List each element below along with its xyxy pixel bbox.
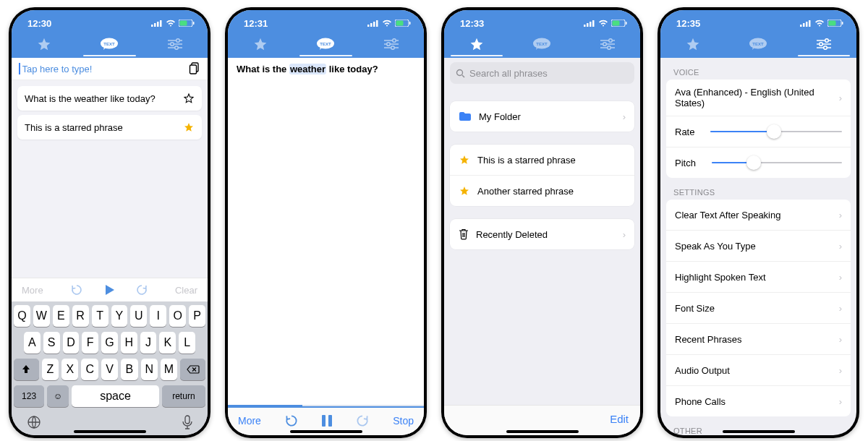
key-g[interactable]: G bbox=[101, 332, 118, 354]
tab-settings[interactable] bbox=[142, 32, 208, 56]
editor-area[interactable]: What is the weather like today? bbox=[228, 58, 424, 405]
status-icons bbox=[151, 20, 195, 27]
home-indicator[interactable] bbox=[506, 430, 579, 433]
tab-settings[interactable] bbox=[791, 32, 856, 56]
more-button[interactable]: More bbox=[22, 285, 43, 296]
tab-settings[interactable] bbox=[359, 32, 424, 56]
tab-settings[interactable] bbox=[575, 32, 640, 56]
tab-text[interactable]: TEXT bbox=[77, 32, 142, 56]
key-p[interactable]: P bbox=[189, 305, 205, 327]
forward-icon[interactable] bbox=[355, 414, 370, 428]
svg-rect-56 bbox=[809, 20, 811, 27]
tab-text[interactable]: TEXT bbox=[726, 32, 791, 56]
star-outline-icon[interactable] bbox=[183, 93, 195, 104]
settings-row[interactable]: Highlight Spoken Text› bbox=[666, 262, 851, 293]
home-indicator[interactable] bbox=[290, 430, 362, 433]
globe-icon[interactable] bbox=[27, 415, 41, 429]
backspace-key[interactable] bbox=[180, 359, 205, 380]
pause-icon[interactable] bbox=[320, 414, 333, 428]
key-s[interactable]: S bbox=[43, 332, 60, 354]
space-key[interactable]: space bbox=[72, 385, 158, 407]
home-indicator[interactable] bbox=[723, 430, 795, 433]
svg-rect-16 bbox=[190, 65, 197, 74]
chevron-right-icon: › bbox=[839, 303, 842, 314]
rewind-icon[interactable] bbox=[70, 283, 83, 296]
svg-rect-24 bbox=[396, 21, 404, 26]
key-x[interactable]: X bbox=[61, 359, 78, 380]
key-v[interactable]: V bbox=[101, 359, 118, 380]
key-q[interactable]: Q bbox=[14, 305, 30, 327]
paste-icon[interactable] bbox=[189, 62, 200, 75]
home-indicator[interactable] bbox=[74, 430, 146, 433]
stop-button[interactable]: Stop bbox=[393, 415, 414, 427]
status-bar: 12:30 bbox=[12, 10, 208, 32]
svg-rect-21 bbox=[373, 22, 375, 27]
folder-row[interactable]: My Folder › bbox=[450, 101, 634, 132]
key-f[interactable]: F bbox=[82, 332, 98, 354]
key-t[interactable]: T bbox=[92, 305, 109, 327]
text-bubble-icon: TEXT bbox=[100, 38, 119, 51]
key-k[interactable]: K bbox=[159, 332, 176, 354]
sliders-icon bbox=[817, 38, 831, 50]
status-bar: 12:35 bbox=[660, 10, 856, 32]
key-y[interactable]: Y bbox=[111, 305, 128, 327]
chevron-right-icon: › bbox=[839, 272, 842, 283]
rewind-icon[interactable] bbox=[284, 414, 299, 428]
tab-favorites[interactable] bbox=[660, 32, 726, 56]
starred-row[interactable]: This is a starred phrase bbox=[450, 145, 634, 176]
tab-favorites[interactable] bbox=[444, 32, 509, 56]
key-l[interactable]: L bbox=[179, 332, 195, 354]
edit-button[interactable]: Edit bbox=[610, 413, 629, 425]
key-a[interactable]: A bbox=[24, 332, 41, 354]
search-input[interactable]: Search all phrases bbox=[450, 62, 634, 84]
phone-1: 12:30 TEXT What is the weather like toda… bbox=[9, 7, 210, 438]
key-j[interactable]: J bbox=[140, 332, 157, 354]
key-e[interactable]: E bbox=[53, 305, 69, 327]
settings-row[interactable]: Clear Text After Speaking› bbox=[666, 200, 851, 231]
star-filled-icon[interactable] bbox=[183, 121, 195, 133]
key-i[interactable]: I bbox=[150, 305, 166, 327]
return-key[interactable]: return bbox=[162, 385, 205, 407]
key-n[interactable]: N bbox=[141, 359, 158, 380]
deleted-row[interactable]: Recently Deleted › bbox=[450, 219, 634, 249]
tab-favorites[interactable] bbox=[12, 32, 77, 56]
tab-text[interactable]: TEXT bbox=[293, 32, 358, 56]
key-r[interactable]: R bbox=[72, 305, 89, 327]
shift-key[interactable] bbox=[14, 359, 39, 380]
starred-row[interactable]: Another starred phrase bbox=[450, 176, 634, 206]
settings-row[interactable]: Audio Output› bbox=[666, 355, 851, 386]
mic-icon[interactable] bbox=[182, 415, 192, 429]
play-icon[interactable] bbox=[102, 283, 116, 297]
rate-slider[interactable] bbox=[710, 131, 842, 132]
key-z[interactable]: Z bbox=[42, 359, 59, 380]
settings-row[interactable]: Font Size› bbox=[666, 293, 851, 324]
settings-row[interactable]: Phone Calls› bbox=[666, 386, 851, 416]
key-h[interactable]: H bbox=[121, 332, 137, 354]
pitch-label: Pitch bbox=[675, 158, 696, 168]
svg-rect-6 bbox=[193, 22, 195, 25]
settings-row[interactable]: Speak As You Type› bbox=[666, 231, 851, 262]
key-d[interactable]: D bbox=[63, 332, 80, 354]
emoji-key[interactable]: ☺ bbox=[47, 385, 69, 407]
tab-text[interactable]: TEXT bbox=[509, 32, 574, 56]
pitch-slider[interactable] bbox=[712, 162, 842, 163]
key-c[interactable]: C bbox=[81, 359, 98, 380]
phrase-item[interactable]: What is the weather like today? bbox=[17, 86, 202, 111]
settings-row[interactable]: Recent Phrases› bbox=[666, 324, 851, 355]
type-input[interactable] bbox=[21, 63, 190, 75]
forward-icon[interactable] bbox=[135, 283, 148, 296]
voice-row[interactable]: Ava (Enhanced) - English (United States)… bbox=[666, 80, 851, 116]
key-o[interactable]: O bbox=[169, 305, 186, 327]
tab-favorites[interactable] bbox=[228, 32, 293, 56]
key-m[interactable]: M bbox=[161, 359, 177, 380]
clock: 12:31 bbox=[244, 18, 268, 29]
phrase-item[interactable]: This is a starred phrase bbox=[17, 115, 202, 140]
more-button[interactable]: More bbox=[238, 415, 261, 427]
clear-button[interactable]: Clear bbox=[175, 285, 197, 296]
key-u[interactable]: U bbox=[130, 305, 147, 327]
key-w[interactable]: W bbox=[33, 305, 50, 327]
sliders-icon bbox=[384, 38, 399, 50]
key-b[interactable]: B bbox=[121, 359, 137, 380]
svg-text:TEXT: TEXT bbox=[537, 42, 548, 46]
numbers-key[interactable]: 123 bbox=[14, 385, 44, 407]
